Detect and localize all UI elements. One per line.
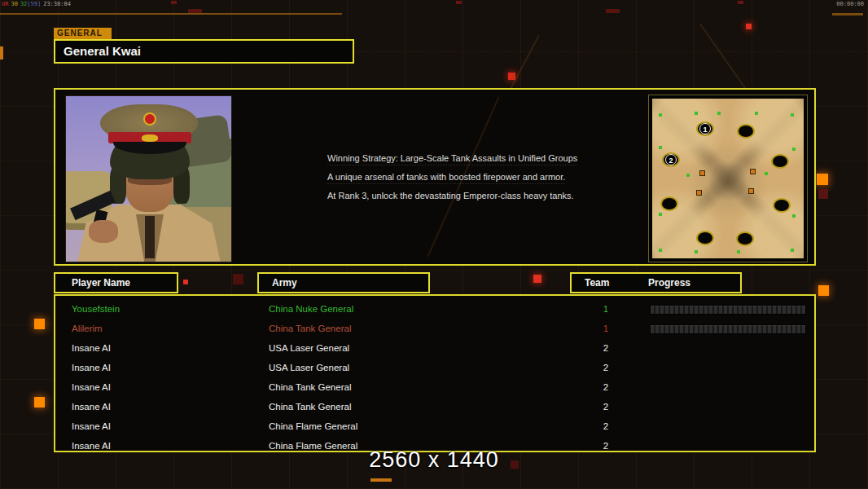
header-player-name-box: Player Name [54,272,178,293]
map-oil-well [736,231,754,246]
decor-bottom-dash [370,478,392,482]
map-marker-dot [695,112,698,115]
decor-red-square [746,24,752,29]
player-team: 1 [596,319,616,338]
player-team: 2 [596,338,616,358]
decor-top-tick [456,1,462,4]
player-army: China Tank General [269,377,351,397]
map-oil-well [771,154,789,169]
resolution-watermark: 2560 x 1440 [0,447,868,473]
table-row: Yousefstein China Nuke General 1 [55,299,813,319]
hand [89,220,118,243]
map-preview: 1 2 [652,99,804,258]
general-name: General Kwai [55,41,353,62]
debug-tag: UR [2,1,8,7]
decor-red-square [183,280,188,284]
decor-red-square [533,275,541,283]
player-name: Insane AI [72,338,111,358]
decor-red-square [508,73,515,80]
map-start-marker-1: 1 [699,123,711,134]
map-oil-well [737,124,755,139]
map-marker-dot [755,112,758,115]
player-army: USA Laser General [269,338,349,358]
map-preview-frame: 1 2 [648,95,808,262]
player-army: USA Laser General [269,358,349,377]
map-marker-dot [737,250,740,253]
map-oil-well [773,198,791,213]
decor-red-bar [606,9,620,13]
decor-darkred-square [233,274,243,284]
map-oil-well [660,196,678,211]
player-list-panel: Yousefstein China Nuke General 1 Alileri… [54,294,816,452]
player-team: 2 [596,377,616,397]
player-team: 2 [596,397,616,416]
map-resource-dot [699,170,705,176]
decor-top-tick [171,1,177,4]
player-name: Alilerim [72,319,103,338]
map-marker-dot [659,249,662,252]
player-army: China Nuke General [269,299,353,319]
player-army: China Tank General [269,319,351,338]
map-marker-dot [659,146,662,149]
map-marker-dot [695,250,698,253]
table-row: Insane AI China Tank General 2 [55,377,813,397]
strategy-line: A unique arsenal of tanks with boosted f… [327,172,565,184]
header-team: Team [585,274,609,292]
map-marker-dot [659,213,662,216]
decor-orange-square [817,174,828,185]
player-name: Insane AI [72,377,111,397]
strategy-line: At Rank 3, unlock the devastating Empero… [327,191,574,200]
debug-value-3: [59] [27,1,41,7]
map-marker-dot [686,174,690,177]
player-name: Insane AI [72,416,111,436]
map-oil-well [696,231,714,245]
decor-topright-dash [832,13,863,15]
header-army-box: Army [257,272,430,293]
player-name: Yousefstein [72,299,120,319]
player-name: Insane AI [72,358,111,377]
player-team: 2 [596,358,616,377]
decor-orange-square [34,397,45,408]
general-name-box: General Kwai [54,39,354,64]
table-row: Insane AI China Flame General 2 [55,416,813,436]
header-player-name: Player Name [72,274,130,292]
map-resource-dot [750,169,756,174]
map-marker-dot [791,249,794,252]
map-marker-dot [792,148,796,151]
map-resource-dot [696,190,702,196]
table-row: Insane AI USA Laser General 2 [55,358,813,377]
player-team: 2 [596,416,616,436]
player-team: 1 [596,299,616,319]
map-marker-dot [765,172,768,175]
map-marker-dot [717,112,721,115]
map-marker-dot [792,214,796,218]
loading-screen: UR3032[59]23:38:04 00:00:00 GENERAL Gene… [0,0,868,489]
decor-top-line [0,13,342,15]
general-portrait [65,95,232,262]
player-army: China Flame General [269,416,357,436]
player-name: Insane AI [72,397,111,416]
general-tab-label: GENERAL [54,28,112,39]
header-team-progress-box: Team Progress [570,272,742,293]
decor-darkred-square [818,189,828,199]
header-progress: Progress [648,274,690,292]
debug-clock: 23:38:04 [43,1,71,7]
decor-orange-square [818,285,829,296]
decor-top-tick [738,1,743,4]
decor-orange-square [34,319,45,329]
map-marker-dot [659,113,662,117]
uniform-tie [145,216,155,258]
header-army: Army [272,274,297,292]
table-row: Insane AI USA Laser General 2 [55,338,813,358]
general-info-panel: Winning Strategy: Large-Scale Tank Assau… [54,88,816,266]
decor-red-bar [188,9,202,13]
decor-left-edge [0,46,3,59]
progress-bar [650,324,806,334]
player-army: China Tank General [269,397,351,416]
table-row: Alilerim China Tank General 1 [55,319,813,338]
debug-overlay: UR3032[59]23:38:04 [2,1,73,7]
debug-value-1: 30 [11,1,17,7]
map-start-marker-2: 2 [665,154,677,165]
cap-star-emblem [143,112,156,126]
strategy-line: Winning Strategy: Large-Scale Tank Assau… [327,153,577,165]
